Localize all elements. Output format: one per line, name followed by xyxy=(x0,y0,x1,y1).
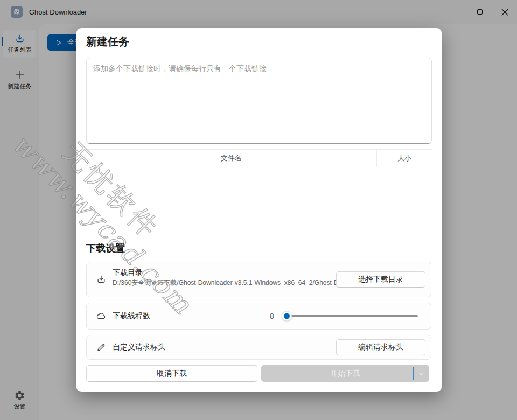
split-button-divider xyxy=(413,367,414,380)
start-download-button[interactable]: 开始下载 xyxy=(261,365,429,382)
edit-headers-button[interactable]: 编辑请求标头 xyxy=(336,339,425,355)
download-settings-heading: 下载设置 xyxy=(86,242,125,255)
column-size: 大小 xyxy=(377,150,432,167)
thread-count-card: 下载线程数 8 xyxy=(86,303,431,330)
file-table-header: 文件名 大小 xyxy=(86,149,432,167)
start-download-label: 开始下载 xyxy=(330,369,360,379)
slider-thumb-dot xyxy=(284,313,290,319)
request-headers-label: 自定义请求标头 xyxy=(113,342,165,352)
download-links-input[interactable] xyxy=(86,58,432,144)
thread-count-label: 下载线程数 xyxy=(113,311,150,321)
download-directory-card: 下载目录 D:/360安全浏览器下载/Ghost-Downloader-v3.5… xyxy=(86,262,431,297)
request-headers-card: 自定义请求标头 编辑请求标头 xyxy=(86,335,431,360)
chevron-down-icon[interactable] xyxy=(417,369,425,378)
pencil-icon xyxy=(96,342,107,353)
thread-count-slider[interactable] xyxy=(283,315,418,317)
column-filename: 文件名 xyxy=(86,150,377,167)
new-task-dialog: 新建任务 文件名 大小 下载设置 下载目录 D:/360安全浏览器下载/Ghos… xyxy=(76,28,442,392)
dialog-title: 新建任务 xyxy=(86,34,129,49)
column-filename-label: 文件名 xyxy=(221,153,242,163)
choose-directory-button[interactable]: 选择下载目录 xyxy=(336,271,425,288)
download-tray-icon xyxy=(96,274,107,285)
cloud-icon xyxy=(96,311,107,321)
thread-count-value: 8 xyxy=(270,312,274,320)
column-size-label: 大小 xyxy=(397,153,411,163)
download-directory-label: 下载目录 xyxy=(113,268,143,278)
cancel-download-button[interactable]: 取消下载 xyxy=(86,365,257,382)
slider-thumb[interactable] xyxy=(282,311,292,321)
download-directory-path: D:/360安全浏览器下载/Ghost-Downloader-v3.5.1-Wi… xyxy=(113,278,342,288)
